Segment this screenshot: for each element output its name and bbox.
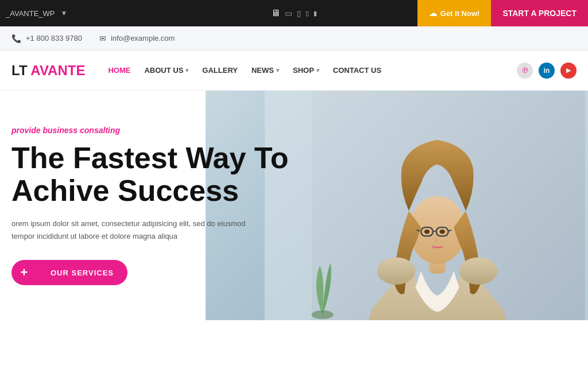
- logo-lt: LT: [11, 63, 28, 78]
- contact-bar: 📞 +1 800 833 9780 ✉ info@example.com: [0, 26, 588, 50]
- laptop-icon[interactable]: ▭: [285, 9, 292, 18]
- nav-item-about[interactable]: ABOUT US ▾: [144, 66, 188, 75]
- chevron-down-icon[interactable]: ▼: [60, 9, 67, 17]
- hero-subtitle: provide business consalting: [11, 126, 289, 135]
- get-it-now-button[interactable]: ☁ Get It Now!: [417, 0, 492, 26]
- hero-title-line2: Achive Success: [11, 174, 239, 207]
- svg-point-11: [377, 257, 416, 285]
- pinterest-icon[interactable]: ℗: [517, 63, 533, 79]
- our-services-button[interactable]: OUR SERVICES: [37, 260, 127, 285]
- email-address: info@example.com: [111, 34, 175, 42]
- nav-item-gallery[interactable]: GALLERY: [202, 66, 238, 75]
- nav-link-gallery[interactable]: GALLERY: [202, 66, 238, 75]
- nav-link-contact[interactable]: CONTACT US: [333, 66, 381, 75]
- linkedin-icon[interactable]: in: [539, 63, 555, 79]
- hero-content: provide business consalting The Fastest …: [0, 126, 300, 286]
- cta-plus-button[interactable]: +: [11, 260, 37, 285]
- phone-contact: 📞 +1 800 833 9780: [11, 34, 82, 43]
- admin-bar-left: _AVANTE_WP ▼: [6, 9, 67, 18]
- social-links: ℗ in ▶: [517, 63, 577, 79]
- mobile-icon[interactable]: ▮: [314, 10, 317, 17]
- email-contact: ✉ info@example.com: [99, 34, 175, 43]
- tablet-small-icon[interactable]: ▯: [305, 10, 309, 17]
- nav-link-shop[interactable]: SHOP ▾: [293, 66, 319, 75]
- start-project-button[interactable]: START A PROJECT: [491, 0, 588, 26]
- hero-title-line1: The Fastest Way To: [11, 141, 289, 174]
- nav-links: HOME ABOUT US ▾ GALLERY NEWS ▾ SHOP ▾ CO…: [108, 66, 381, 75]
- nav-item-home[interactable]: HOME: [108, 66, 130, 75]
- nav-link-news[interactable]: NEWS ▾: [252, 66, 279, 75]
- main-navigation: LT AVANTE HOME ABOUT US ▾ GALLERY NEWS ▾…: [0, 50, 588, 91]
- hero-section: provide business consalting The Fastest …: [0, 91, 588, 320]
- get-it-now-label: Get It Now!: [440, 9, 480, 18]
- tablet-icon[interactable]: ▯: [297, 9, 301, 18]
- phone-number: +1 800 833 9780: [26, 34, 82, 42]
- hero-title: The Fastest Way To Achive Success: [11, 142, 289, 207]
- nav-link-about[interactable]: ABOUT US ▾: [144, 66, 188, 75]
- cloud-icon: ☁: [429, 9, 437, 18]
- chevron-shop-icon: ▾: [316, 67, 319, 73]
- nav-item-news[interactable]: NEWS ▾: [252, 66, 279, 75]
- site-logo: LT AVANTE: [11, 63, 85, 79]
- chevron-news-icon: ▾: [276, 67, 279, 73]
- desktop-icon[interactable]: 🖥: [271, 8, 280, 18]
- logo-avante: AVANTE: [30, 63, 85, 78]
- nav-item-shop[interactable]: SHOP ▾: [293, 66, 319, 75]
- nav-item-contact[interactable]: CONTACT US: [333, 66, 381, 75]
- svg-point-12: [459, 257, 498, 285]
- email-icon: ✉: [99, 34, 106, 43]
- hero-image: [265, 91, 588, 320]
- youtube-icon[interactable]: ▶: [560, 63, 577, 79]
- nav-link-home[interactable]: HOME: [108, 66, 130, 75]
- admin-bar-title: _AVANTE_WP: [6, 9, 55, 18]
- chevron-about-icon: ▾: [185, 67, 188, 73]
- svg-point-9: [424, 230, 430, 234]
- device-switcher: 🖥 ▭ ▯ ▯ ▮: [271, 8, 317, 18]
- svg-point-10: [439, 230, 445, 234]
- admin-bar: _AVANTE_WP ▼ 🖥 ▭ ▯ ▯ ▮ ☁ Get It Now! STA…: [0, 0, 588, 26]
- hero-body-text: orem ipsum dolor sit amet, consectetur a…: [11, 217, 258, 243]
- admin-bar-right: ☁ Get It Now! START A PROJECT: [417, 0, 588, 26]
- hero-cta: + OUR SERVICES: [11, 260, 289, 285]
- phone-icon: 📞: [11, 34, 21, 43]
